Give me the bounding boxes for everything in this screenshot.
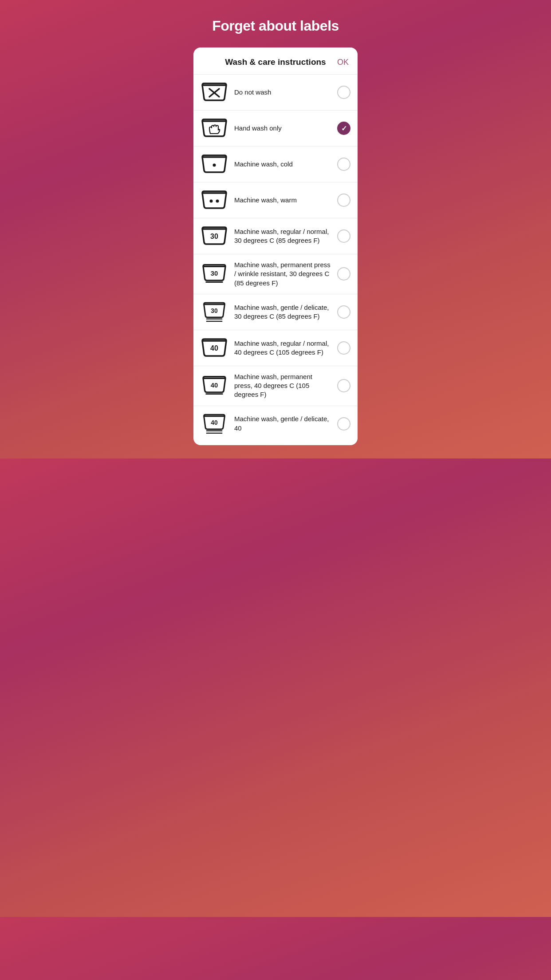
machine-wash-30-normal-label: Machine wash, regular / normal, 30 degre…	[234, 227, 331, 245]
list-item: Do not wash	[193, 74, 358, 110]
machine-wash-warm-radio[interactable]	[337, 194, 350, 207]
do-not-wash-radio[interactable]	[337, 86, 350, 99]
svg-text:30: 30	[211, 270, 218, 277]
list-item: 40 Machine wash, permanent press, 40 deg…	[193, 366, 358, 406]
machine-wash-30-icon: 30	[201, 225, 228, 248]
list-item: Hand wash only	[193, 110, 358, 146]
machine-wash-40-gentle-radio[interactable]	[337, 417, 350, 431]
machine-wash-30-gentle-radio[interactable]	[337, 305, 350, 319]
svg-point-7	[210, 200, 213, 203]
machine-wash-30-normal-radio[interactable]	[337, 229, 350, 243]
machine-wash-cold-radio[interactable]	[337, 158, 350, 171]
machine-wash-warm-icon	[201, 189, 228, 212]
svg-text:40: 40	[211, 419, 218, 426]
machine-wash-40-normal-radio[interactable]	[337, 341, 350, 355]
do-not-wash-label: Do not wash	[234, 88, 331, 97]
machine-wash-warm-label: Machine wash, warm	[234, 196, 331, 205]
machine-wash-40-perm-icon: 40	[201, 374, 228, 397]
hand-wash-radio[interactable]	[337, 122, 350, 135]
list-item: 40 Machine wash, gentle / delicate, 40	[193, 406, 358, 442]
list-item: 30 Machine wash, permanent press / wrink…	[193, 254, 358, 294]
list-item: 30 Machine wash, regular / normal, 30 de…	[193, 218, 358, 254]
do-not-wash-icon	[201, 81, 228, 104]
machine-wash-40-perm-label: Machine wash, permanent press, 40 degree…	[234, 372, 331, 399]
list-item: Machine wash, warm	[193, 182, 358, 218]
list-item: 40 Machine wash, regular / normal, 40 de…	[193, 330, 358, 366]
svg-text:30: 30	[211, 307, 218, 314]
ok-button[interactable]: OK	[337, 58, 349, 67]
list-item: 30 Machine wash, gentle / delicate, 30 d…	[193, 294, 358, 330]
card-header: Wash & care instructions OK	[193, 47, 358, 74]
machine-wash-30-perm-radio[interactable]	[337, 267, 350, 281]
machine-wash-cold-icon	[201, 153, 228, 176]
hand-wash-label: Hand wash only	[234, 124, 331, 133]
svg-text:40: 40	[211, 382, 218, 389]
wash-care-card: Wash & care instructions OK Do not wash	[193, 47, 358, 445]
card-title: Wash & care instructions	[225, 57, 326, 67]
list-item: Machine wash, cold	[193, 146, 358, 182]
machine-wash-30-perm-icon: 30	[201, 262, 228, 285]
svg-text:40: 40	[210, 344, 218, 352]
hand-wash-icon	[201, 117, 228, 140]
machine-wash-30-gentle-label: Machine wash, gentle / delicate, 30 degr…	[234, 303, 331, 321]
svg-point-8	[216, 200, 219, 203]
machine-wash-40-perm-radio[interactable]	[337, 379, 350, 392]
machine-wash-30-perm-label: Machine wash, permanent press / wrinkle …	[234, 261, 331, 288]
machine-wash-40-gentle-icon: 40	[201, 412, 228, 435]
svg-text:30: 30	[210, 233, 218, 240]
machine-wash-40-gentle-label: Machine wash, gentle / delicate, 40	[234, 415, 331, 433]
machine-wash-40-icon: 40	[201, 336, 228, 360]
machine-wash-cold-label: Machine wash, cold	[234, 160, 331, 169]
machine-wash-40-normal-label: Machine wash, regular / normal, 40 degre…	[234, 339, 331, 357]
machine-wash-30-gentle-icon: 30	[201, 300, 228, 324]
svg-point-5	[213, 164, 216, 167]
page-title: Forget about labels	[212, 18, 339, 34]
